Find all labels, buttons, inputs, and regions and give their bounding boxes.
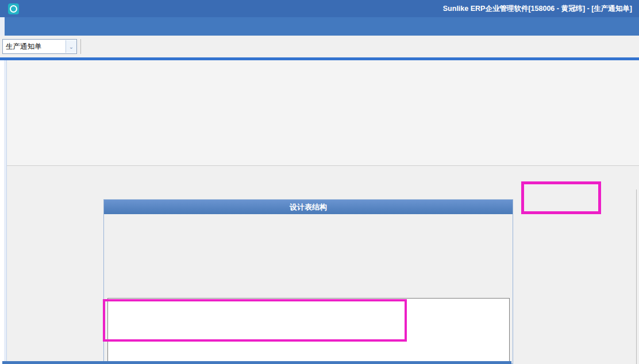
sunlike-logo-icon (8, 3, 19, 14)
toolbar-separator (80, 39, 81, 54)
app-window: Sunlike ERP企业管理软件[158006 - 黄冠纬] - [生产通知单… (0, 0, 639, 364)
menu-bar (5, 17, 639, 36)
window-left-gutter (0, 60, 7, 364)
highlight-box-dialog-grid (103, 299, 407, 342)
chevron-down-icon[interactable]: ⌄ (66, 40, 76, 53)
toolbar: 生产通知单 ⌄ (0, 36, 639, 57)
doc-type-value: 生产通知单 (3, 42, 66, 52)
dialog-title[interactable]: 设计表结构 (104, 200, 513, 214)
highlight-box-test-column (521, 181, 601, 214)
doc-type-select[interactable]: 生产通知单 ⌄ (2, 39, 77, 54)
window-frame-edge (0, 17, 5, 36)
window-title: Sunlike ERP企业管理软件[158006 - 黄冠纬] - [生产通知单… (443, 4, 632, 14)
order-form (7, 60, 639, 166)
bottom-window-strip (2, 361, 511, 364)
title-bar: Sunlike ERP企业管理软件[158006 - 黄冠纬] - [生产通知单… (0, 0, 639, 17)
table-right-edge (636, 189, 637, 364)
